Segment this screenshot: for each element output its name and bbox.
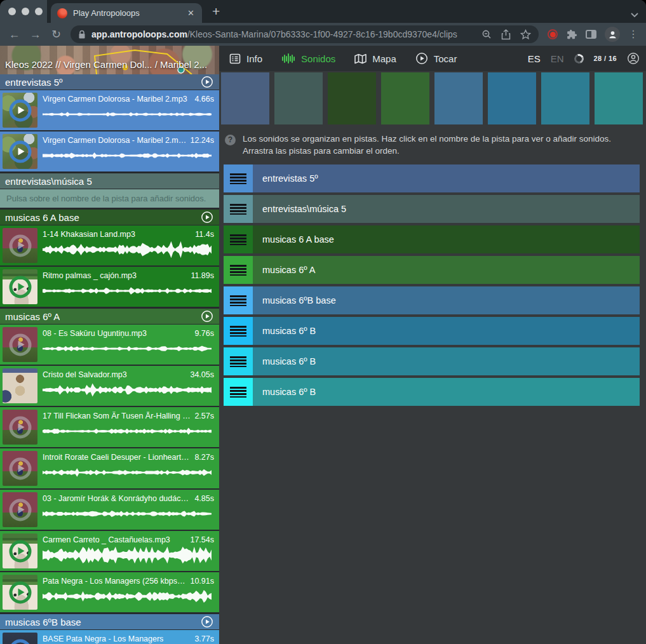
track-name-bar[interactable]: musicas 6º B	[253, 317, 640, 345]
clip-thumbnail[interactable]	[3, 575, 37, 610]
clip-play-button[interactable]	[9, 457, 31, 480]
track-section-header[interactable]: entrevistas\música 5	[0, 173, 219, 189]
play-track-button[interactable]	[201, 615, 213, 628]
tab-mapa[interactable]: Mapa	[354, 53, 396, 64]
clip-play-button[interactable]	[9, 99, 31, 121]
audio-clip-row[interactable]: Carmen Carreto _ Castañuelas.mp317.54s	[0, 531, 219, 571]
audio-clip-row[interactable]: 08 - Es Sakūru Uguntiņu.mp39.76s	[0, 325, 219, 365]
audio-clip-row[interactable]: Virgen Carmen Dolorosa - Maribel 2.mp34.…	[0, 90, 219, 130]
track-row[interactable]: musicas 6º B	[224, 317, 640, 345]
clip-thumbnail[interactable]	[3, 228, 37, 263]
window-zoom-button[interactable]	[35, 8, 43, 15]
clip-thumbnail[interactable]	[3, 93, 37, 128]
audio-clip-row[interactable]: Virgen Carmen Dolorosa - Maribel 2.mp312…	[0, 131, 219, 171]
track-section-header[interactable]: musicas 6º A	[0, 309, 219, 324]
account-icon[interactable]	[627, 52, 640, 65]
side-panel-icon[interactable]	[586, 30, 596, 39]
clip-thumbnail[interactable]	[3, 410, 37, 445]
clip-thumbnail[interactable]	[3, 533, 37, 568]
track-drag-handle[interactable]	[224, 164, 253, 192]
track-name-bar[interactable]: musicas 6º A	[253, 256, 640, 284]
track-name-bar[interactable]: entrevistas 5º	[253, 164, 640, 192]
lang-en-button[interactable]: EN	[551, 53, 564, 64]
audio-clip-row[interactable]: BASE Pata Negra - Los Managers3.77s	[0, 630, 219, 644]
track-drag-handle[interactable]	[224, 225, 253, 253]
clip-play-button[interactable]	[9, 416, 31, 438]
track-drag-handle[interactable]	[224, 378, 253, 406]
clip-play-button[interactable]	[9, 499, 31, 521]
drag-grip-icon	[230, 204, 246, 215]
clip-play-button[interactable]	[9, 540, 31, 562]
clip-thumbnail[interactable]	[3, 368, 37, 403]
track-row[interactable]: musicas 6 A base	[224, 225, 640, 253]
track-section-header[interactable]: musicas 6ºB base	[0, 614, 219, 629]
track-row[interactable]: musicas 6º B	[224, 378, 640, 406]
share-icon[interactable]	[501, 29, 511, 40]
window-close-button[interactable]	[8, 8, 16, 15]
audio-clip-row[interactable]: 1-14 Khakasian Land.mp311.4s	[0, 225, 219, 265]
clip-thumbnail[interactable]	[3, 492, 37, 527]
clip-thumbnail[interactable]	[3, 633, 37, 644]
breadcrumb[interactable]: Kleos 2022 // Virgen Carmen Dol... / Mar…	[5, 59, 207, 70]
track-drag-handle[interactable]	[224, 317, 253, 345]
browser-tab[interactable]: Play Antropoloops ✕	[51, 3, 202, 23]
tab-close-icon[interactable]: ✕	[186, 8, 196, 18]
clip-thumbnail[interactable]	[3, 134, 37, 169]
track-drag-handle[interactable]	[224, 195, 253, 223]
tab-info[interactable]: Info	[229, 53, 262, 64]
clip-play-button[interactable]	[9, 581, 31, 603]
track-row[interactable]: musicas 6º B	[224, 347, 640, 375]
track-name-bar[interactable]: musicas 6º B	[253, 378, 640, 406]
track-section-header[interactable]: musicas 6 A base	[0, 210, 219, 225]
clip-waveform	[43, 105, 212, 123]
clip-play-button[interactable]	[9, 234, 31, 257]
track-section-title: entrevistas 5º	[5, 77, 63, 88]
tab-search-chevron-icon[interactable]	[631, 9, 638, 20]
clip-thumbnail[interactable]	[3, 451, 37, 486]
clip-thumbnail[interactable]	[3, 327, 37, 362]
clip-head: Pata Negra - Los Managers (256 kbps).mp3…	[43, 577, 214, 586]
reload-button[interactable]: ↻	[46, 25, 67, 44]
extensions-puzzle-icon[interactable]	[566, 29, 577, 40]
clip-play-button[interactable]	[9, 140, 31, 163]
tab-sonidos[interactable]: Sonidos	[281, 52, 335, 65]
zoom-icon[interactable]	[481, 29, 492, 39]
track-drag-handle[interactable]	[224, 286, 253, 314]
clip-thumbnail[interactable]	[3, 269, 37, 304]
profile-avatar[interactable]	[605, 27, 620, 42]
audio-clip-row[interactable]: Ritmo palmas _ cajón.mp311.89s	[0, 267, 219, 307]
track-name-bar[interactable]: musicas 6ºB base	[253, 286, 640, 314]
track-name-bar[interactable]: entrevistas\música 5	[253, 195, 640, 223]
track-name-bar[interactable]: musicas 6º B	[253, 347, 640, 375]
track-row[interactable]: musicas 6ºB base	[224, 286, 640, 314]
window-minimize-button[interactable]	[22, 8, 29, 15]
track-section-header[interactable]: entrevistas 5º	[0, 74, 219, 90]
track-name-bar[interactable]: musicas 6 A base	[253, 225, 640, 253]
track-row[interactable]: entrevistas\música 5	[224, 195, 640, 223]
audio-clip-row[interactable]: 17 Till Flickan Som Är Tusen År-Halling …	[0, 407, 219, 447]
audio-clip-row[interactable]: 03 - Jaromír Horák & Konrádyho dudácká .…	[0, 490, 219, 530]
track-drag-handle[interactable]	[224, 347, 253, 375]
track-drag-handle[interactable]	[224, 256, 253, 284]
forward-button[interactable]: →	[25, 25, 46, 44]
new-tab-button[interactable]: +	[212, 3, 220, 20]
play-track-button[interactable]	[201, 211, 213, 224]
clip-play-button[interactable]	[9, 276, 31, 298]
track-swatch	[541, 72, 589, 124]
clip-play-button[interactable]	[9, 639, 31, 644]
back-button[interactable]: ←	[4, 25, 25, 44]
audio-clip-row[interactable]: Cristo del Salvador.mp334.05s	[0, 366, 219, 406]
lang-es-button[interactable]: ES	[528, 53, 541, 64]
browser-menu-icon[interactable]: ⋮	[628, 29, 638, 39]
audio-clip-row[interactable]: Introit Rorate Caeli Desuper - Lionheart…	[0, 448, 219, 488]
play-track-button[interactable]	[201, 310, 213, 323]
address-bar[interactable]: app.antropoloops.com /Kleos-Santa-Marina…	[71, 25, 539, 43]
track-row[interactable]: entrevistas 5º	[224, 164, 640, 192]
audio-clip-row[interactable]: Pata Negra - Los Managers (256 kbps).mp3…	[0, 572, 219, 612]
bookmark-star-icon[interactable]	[520, 29, 531, 40]
tab-tocar[interactable]: Tocar	[415, 52, 457, 65]
track-row[interactable]: musicas 6º A	[224, 256, 640, 284]
play-track-button[interactable]	[201, 76, 213, 88]
record-extension-icon[interactable]	[548, 29, 558, 39]
clip-play-button[interactable]	[9, 333, 31, 356]
